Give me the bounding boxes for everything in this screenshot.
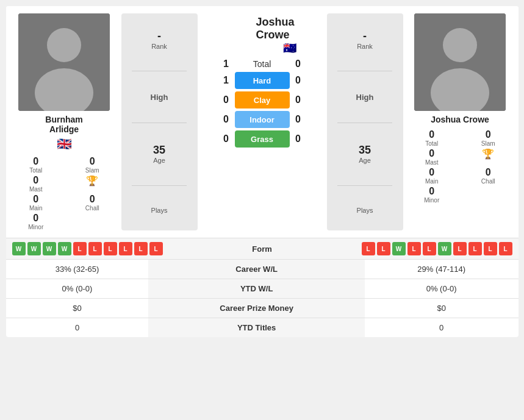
prize-label: Career Prize Money	[148, 299, 364, 318]
indoor-left-score: 0	[220, 114, 232, 125]
total-score-row: 1 Total 0	[201, 59, 323, 69]
left-avatar	[18, 13, 110, 111]
center-section: Joshua Crowe 🇦🇺 1 Total 0 1 Hard 0 0	[201, 13, 323, 230]
left-age-stat: 35 Age	[125, 144, 194, 164]
svg-point-4	[443, 28, 477, 62]
left-prize: $0	[6, 299, 149, 318]
right-stat-slam: 0 Slam	[463, 129, 514, 147]
right-player-name-top: Joshua Crowe	[256, 16, 323, 41]
left-rank-stat: - Rank	[125, 30, 194, 50]
left-mid-divider1	[132, 71, 187, 71]
left-stat-total: 0 Total	[11, 156, 62, 174]
left-player-stats: 0 Total 0 Slam 0 Mast 🏆 0 Main	[11, 156, 118, 230]
form-badge-l: L	[453, 242, 467, 255]
form-badge-l: L	[499, 242, 512, 255]
right-mid-card: - Rank High 35 Age Plays	[327, 13, 403, 230]
left-mid-card: - Rank High 35 Age Plays	[121, 13, 198, 230]
svg-point-1	[47, 28, 81, 62]
left-player-card: Burnham Arlidge 🇬🇧 0 Total 0 Slam 0 Mast	[11, 13, 118, 230]
form-badge-l: L	[104, 242, 117, 255]
form-badge-l: L	[377, 242, 390, 255]
form-badge-w: W	[27, 242, 41, 255]
right-player-header: Joshua Crowe 🇦🇺	[256, 16, 323, 55]
left-stat-minor: 0 Minor	[11, 213, 62, 230]
ytd-titles-label: YTD Titles	[148, 318, 364, 338]
form-badge-w: W	[12, 242, 26, 255]
right-player-card: Joshua Crowe 0 Total 0 Slam 0 Mast 🏆	[407, 13, 514, 230]
right-ytd-wl: 0% (0-0)	[365, 279, 519, 299]
form-badge-l: L	[119, 242, 132, 255]
right-avatar	[414, 13, 506, 111]
form-badge-l: L	[73, 242, 87, 255]
left-ytd-wl: 0% (0-0)	[6, 279, 149, 299]
clay-right-score: 0	[292, 94, 304, 105]
clay-surface-btn: Clay	[235, 91, 290, 109]
grass-right-score: 0	[292, 133, 304, 144]
left-plays-stat: Plays	[125, 207, 194, 214]
grass-left-score: 0	[220, 133, 232, 144]
total-right-score: 0	[292, 59, 304, 69]
right-ytd-titles: 0	[365, 318, 519, 338]
form-badge-l: L	[149, 242, 163, 255]
right-career-wl: 29% (47-114)	[365, 260, 519, 279]
left-form: WWWWLLLLLL	[12, 242, 226, 255]
right-stat-chall: 0 Chall	[463, 167, 514, 185]
form-badge-l: L	[88, 242, 102, 255]
right-stat-minor: 0 Minor	[407, 186, 458, 204]
indoor-score-row: 0 Indoor 0	[201, 111, 323, 128]
right-mid-divider1	[337, 71, 392, 71]
form-badge-w: W	[58, 242, 71, 255]
right-plays-stat: Plays	[331, 207, 400, 214]
right-rank-stat: - Rank	[331, 30, 400, 50]
stats-table: 33% (32-65) Career W/L 29% (47-114) 0% (…	[6, 259, 519, 337]
top-section: Burnham Arlidge 🇬🇧 0 Total 0 Slam 0 Mast	[6, 6, 519, 238]
right-player-stats: 0 Total 0 Slam 0 Mast 🏆 0 Main	[407, 129, 514, 204]
ytd-titles-row: 0 YTD Titles 0	[6, 318, 519, 338]
career-wl-row: 33% (32-65) Career W/L 29% (47-114)	[6, 260, 519, 279]
form-badge-l: L	[484, 242, 497, 255]
form-badge-w: W	[392, 242, 406, 255]
right-player-name: Joshua Crowe	[431, 115, 489, 124]
form-badge-l: L	[407, 242, 421, 255]
form-badge-l: L	[362, 242, 375, 255]
left-player-name: Burnham Arlidge	[45, 115, 82, 134]
right-age-stat: 35 Age	[331, 144, 400, 164]
right-stat-main: 0 Main	[407, 167, 458, 185]
right-stat-total: 0 Total	[407, 129, 458, 147]
right-trophy-icon: 🏆	[463, 148, 514, 166]
career-wl-label: Career W/L	[148, 260, 364, 279]
total-left-score: 1	[220, 59, 232, 69]
form-badge-w: W	[43, 242, 56, 255]
hard-surface-btn: Hard	[235, 72, 290, 89]
clay-left-score: 0	[220, 94, 232, 105]
indoor-surface-btn: Indoor	[235, 111, 290, 128]
form-label: Form	[226, 244, 299, 254]
right-high-stat: High	[331, 93, 400, 102]
left-mid-divider3	[132, 185, 187, 186]
left-ytd-titles: 0	[6, 318, 149, 338]
left-stat-main: 0 Main	[11, 194, 62, 212]
form-section: WWWWLLLLLL Form LLWLLWLLLL	[6, 238, 519, 259]
form-badge-l: L	[423, 242, 436, 255]
hard-left-score: 1	[220, 75, 232, 86]
grass-score-row: 0 Grass 0	[201, 130, 323, 148]
ytd-wl-label: YTD W/L	[148, 279, 364, 299]
clay-score-row: 0 Clay 0	[201, 91, 323, 109]
left-career-wl: 33% (32-65)	[6, 260, 149, 279]
left-stat-slam: 0 Slam	[67, 156, 118, 174]
right-flag-top: 🇦🇺	[283, 41, 296, 55]
left-stat-chall: 0 Chall	[67, 194, 118, 212]
right-prize: $0	[365, 299, 519, 318]
right-stat-mast: 0 Mast	[407, 148, 458, 166]
form-badge-l: L	[134, 242, 148, 255]
right-mid-divider2	[337, 123, 392, 123]
left-high-stat: High	[125, 93, 194, 102]
left-trophy-icon: 🏆	[67, 175, 118, 193]
left-player-flag: 🇬🇧	[57, 137, 72, 151]
form-badge-w: W	[438, 242, 451, 255]
total-label: Total	[235, 59, 290, 69]
indoor-right-score: 0	[292, 114, 304, 125]
main-container: Burnham Arlidge 🇬🇧 0 Total 0 Slam 0 Mast	[6, 6, 519, 337]
grass-surface-btn: Grass	[235, 130, 290, 148]
right-form: LLWLLWLLLL	[299, 242, 512, 255]
